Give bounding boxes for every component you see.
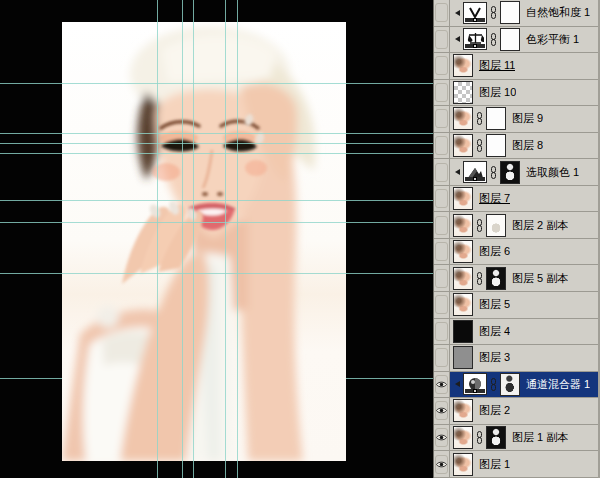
layer-thumbnail[interactable]	[453, 187, 473, 210]
photoshop-workspace: 自然饱和度 1 色彩平衡 1 图层 11	[0, 0, 600, 478]
visibility-toggle[interactable]	[434, 80, 450, 106]
layer-mask-thumbnail[interactable]	[486, 426, 506, 449]
layer-mask-thumbnail[interactable]	[486, 214, 506, 237]
eye-slot	[435, 375, 448, 394]
visibility-toggle[interactable]	[434, 186, 450, 212]
layer-row-content[interactable]: 色彩平衡 1	[450, 27, 598, 53]
layer-mask-thumbnail[interactable]	[486, 107, 506, 130]
visibility-toggle[interactable]	[434, 239, 450, 265]
layer-name: 图层 8	[512, 138, 543, 153]
layer-name: 选取颜色 1	[526, 165, 579, 180]
layer-thumbnail[interactable]	[453, 293, 473, 316]
mask-link-icon	[490, 33, 497, 46]
layer-row[interactable]: 图层 4	[434, 319, 598, 346]
layer-row-content[interactable]: 图层 3	[450, 345, 598, 371]
layer-mask-thumbnail[interactable]	[500, 161, 520, 184]
layer-row[interactable]: 图层 2	[434, 398, 598, 425]
layer-thumbnail[interactable]	[453, 107, 473, 130]
layer-name: 图层 6	[479, 244, 510, 259]
canvas-area[interactable]	[0, 0, 433, 478]
eye-slot	[435, 269, 448, 288]
layer-name: 图层 2	[479, 403, 510, 418]
layer-row[interactable]: 图层 5	[434, 292, 598, 319]
layer-row[interactable]: 图层 10	[434, 80, 598, 107]
layer-thumbnail[interactable]	[453, 346, 473, 369]
layer-thumbnail[interactable]	[453, 54, 473, 77]
eye-slot	[435, 322, 448, 341]
layer-thumbnail[interactable]	[453, 426, 473, 449]
visibility-toggle[interactable]	[434, 425, 450, 451]
eye-slot	[435, 455, 448, 474]
layer-row[interactable]: 图层 5 副本	[434, 265, 598, 292]
layer-name: 图层 1	[479, 457, 510, 472]
document-photo[interactable]	[62, 22, 346, 461]
mask-link-icon	[476, 219, 483, 232]
layer-mask-thumbnail[interactable]	[500, 1, 520, 24]
visibility-toggle[interactable]	[434, 106, 450, 132]
layer-row[interactable]: 图层 7	[434, 186, 598, 213]
visibility-toggle[interactable]	[434, 292, 450, 318]
layer-mask-thumbnail[interactable]	[500, 373, 520, 396]
layer-row-content[interactable]: 图层 8	[450, 133, 598, 159]
layer-row[interactable]: 自然饱和度 1	[434, 0, 598, 27]
eye-slot	[435, 242, 448, 261]
layer-row[interactable]: 色彩平衡 1	[434, 27, 598, 54]
visibility-toggle[interactable]	[434, 451, 450, 477]
visibility-toggle[interactable]	[434, 265, 450, 291]
layer-thumbnail[interactable]	[453, 81, 473, 104]
layer-row[interactable]: 图层 9	[434, 106, 598, 133]
adjustment-badge-icon	[455, 381, 460, 387]
visibility-toggle[interactable]	[434, 53, 450, 79]
layer-row[interactable]: 通道混合器 1	[434, 372, 598, 399]
layer-row[interactable]: 图层 1 副本	[434, 425, 598, 452]
channel-mixer-icon[interactable]	[463, 373, 487, 395]
layer-row[interactable]: 图层 3	[434, 345, 598, 372]
layer-thumbnail[interactable]	[453, 134, 473, 157]
layer-row-content[interactable]: 选取颜色 1	[450, 159, 598, 185]
visibility-toggle[interactable]	[434, 27, 450, 53]
layer-thumbnail[interactable]	[453, 214, 473, 237]
layer-row-content[interactable]: 图层 11	[450, 53, 598, 79]
layer-row-content[interactable]: 图层 4	[450, 319, 598, 345]
layer-row[interactable]: 图层 2 副本	[434, 212, 598, 239]
layer-row[interactable]: 图层 6	[434, 239, 598, 266]
layers-panel[interactable]: 自然饱和度 1 色彩平衡 1 图层 11	[433, 0, 600, 478]
mask-link-icon	[490, 378, 497, 391]
visibility-toggle[interactable]	[434, 345, 450, 371]
layer-row-content[interactable]: 图层 2 副本	[450, 212, 598, 238]
layer-row-content[interactable]: 图层 10	[450, 80, 598, 106]
layer-thumbnail[interactable]	[453, 267, 473, 290]
visibility-toggle[interactable]	[434, 133, 450, 159]
layer-row-content[interactable]: 图层 9	[450, 106, 598, 132]
layer-row-content[interactable]: 通道混合器 1	[450, 372, 598, 398]
visibility-toggle[interactable]	[434, 372, 450, 398]
layer-row[interactable]: 图层 11	[434, 53, 598, 80]
layer-thumbnail[interactable]	[453, 240, 473, 263]
layer-row-content[interactable]: 图层 5	[450, 292, 598, 318]
visibility-toggle[interactable]	[434, 319, 450, 345]
layer-mask-thumbnail[interactable]	[486, 134, 506, 157]
visibility-toggle[interactable]	[434, 398, 450, 424]
layer-row-content[interactable]: 图层 6	[450, 239, 598, 265]
visibility-toggle[interactable]	[434, 0, 450, 26]
vibrance-icon[interactable]	[463, 2, 487, 24]
layer-mask-thumbnail[interactable]	[500, 28, 520, 51]
layer-row[interactable]: 选取颜色 1	[434, 159, 598, 186]
eye-slot	[435, 401, 448, 420]
layer-row-content[interactable]: 图层 1 副本	[450, 425, 598, 451]
visibility-toggle[interactable]	[434, 212, 450, 238]
layer-row[interactable]: 图层 8	[434, 133, 598, 160]
color-balance-icon[interactable]	[463, 28, 487, 50]
layer-thumbnail[interactable]	[453, 399, 473, 422]
selective-color-icon[interactable]	[463, 161, 487, 183]
layer-row-content[interactable]: 图层 1	[450, 451, 598, 477]
layer-row-content[interactable]: 图层 2	[450, 398, 598, 424]
layer-mask-thumbnail[interactable]	[486, 267, 506, 290]
layer-row-content[interactable]: 图层 5 副本	[450, 265, 598, 291]
layer-row-content[interactable]: 自然饱和度 1	[450, 0, 598, 26]
layer-thumbnail[interactable]	[453, 453, 473, 476]
visibility-toggle[interactable]	[434, 159, 450, 185]
layer-row[interactable]: 图层 1	[434, 451, 598, 478]
layer-thumbnail[interactable]	[453, 320, 473, 343]
layer-row-content[interactable]: 图层 7	[450, 186, 598, 212]
